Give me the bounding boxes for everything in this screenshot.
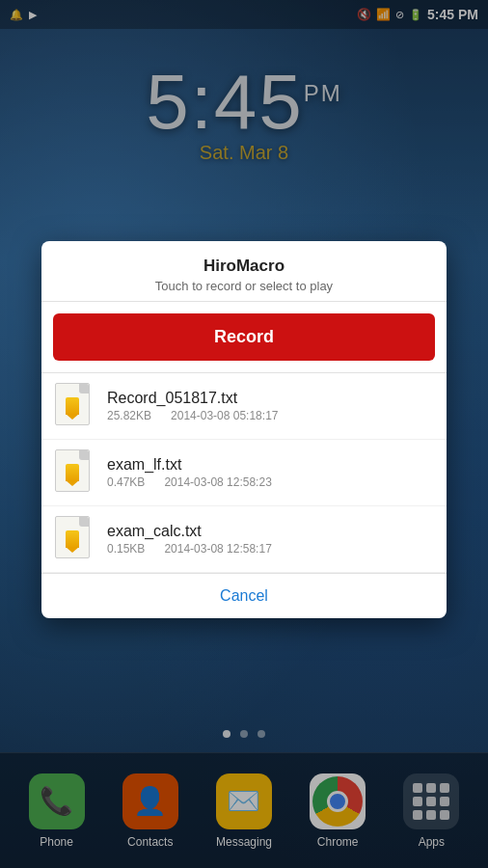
file-item-1[interactable]: Record_051817.txt 25.82KB 2014-03-08 05:… xyxy=(41,373,447,440)
file-meta-2: 0.47KB 2014-03-08 12:58:23 xyxy=(107,475,433,489)
file-icon-1 xyxy=(55,383,94,429)
file-size-3: 0.15KB xyxy=(107,542,145,556)
file-icon-3 xyxy=(55,516,94,562)
file-name-1: Record_051817.txt xyxy=(107,390,433,407)
file-name-3: exam_calc.txt xyxy=(107,523,433,540)
file-size-2: 0.47KB xyxy=(107,475,145,489)
record-button[interactable]: Record xyxy=(53,313,435,361)
dialog-subtitle: Touch to record or select to play xyxy=(61,279,427,293)
dialog-title: HiroMacro xyxy=(61,257,427,276)
file-meta-1: 25.82KB 2014-03-08 05:18:17 xyxy=(107,409,433,422)
file-date-2: 2014-03-08 12:58:23 xyxy=(164,475,271,489)
dialog-overlay: HiroMacro Touch to record or select to p… xyxy=(0,0,488,868)
file-meta-3: 0.15KB 2014-03-08 12:58:17 xyxy=(107,542,433,556)
pencil-icon-2 xyxy=(66,464,79,481)
hiromacro-dialog: HiroMacro Touch to record or select to p… xyxy=(41,241,447,618)
dialog-header: HiroMacro Touch to record or select to p… xyxy=(41,241,447,302)
file-name-2: exam_lf.txt xyxy=(107,456,433,474)
file-date-3: 2014-03-08 12:58:17 xyxy=(164,542,271,556)
file-info-3: exam_calc.txt 0.15KB 2014-03-08 12:58:17 xyxy=(107,523,433,556)
file-item-2[interactable]: exam_lf.txt 0.47KB 2014-03-08 12:58:23 xyxy=(41,440,447,506)
file-info-1: Record_051817.txt 25.82KB 2014-03-08 05:… xyxy=(107,390,433,422)
pencil-icon-1 xyxy=(66,397,79,415)
file-list: Record_051817.txt 25.82KB 2014-03-08 05:… xyxy=(41,372,447,573)
cancel-button[interactable]: Cancel xyxy=(41,573,447,618)
file-date-1: 2014-03-08 05:18:17 xyxy=(171,409,278,422)
file-icon-2 xyxy=(55,449,94,496)
cancel-label: Cancel xyxy=(220,587,268,604)
file-info-2: exam_lf.txt 0.47KB 2014-03-08 12:58:23 xyxy=(107,456,433,489)
file-item-3[interactable]: exam_calc.txt 0.15KB 2014-03-08 12:58:17 xyxy=(41,506,447,573)
file-size-1: 25.82KB xyxy=(107,409,151,422)
pencil-icon-3 xyxy=(66,530,79,548)
